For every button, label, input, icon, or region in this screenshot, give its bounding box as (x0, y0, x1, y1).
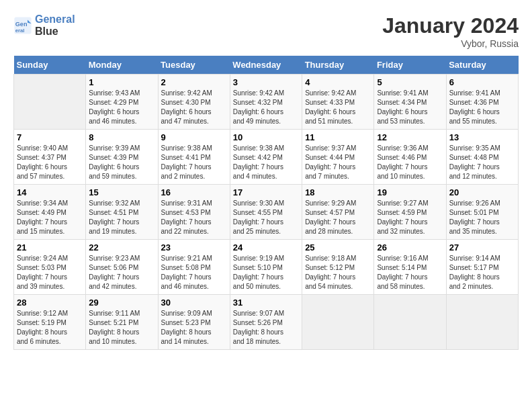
day-number: 24 (233, 242, 299, 253)
day-info: Sunrise: 9:26 AM Sunset: 5:01 PM Dayligh… (449, 199, 515, 236)
calendar-cell: 29Sunrise: 9:11 AM Sunset: 5:21 PM Dayli… (86, 295, 158, 350)
day-info: Sunrise: 9:32 AM Sunset: 4:51 PM Dayligh… (89, 199, 154, 236)
day-info: Sunrise: 9:40 AM Sunset: 4:37 PM Dayligh… (17, 144, 83, 181)
calendar-cell: 9Sunrise: 9:38 AM Sunset: 4:41 PM Daylig… (158, 130, 230, 185)
calendar-week-row: 7Sunrise: 9:40 AM Sunset: 4:37 PM Daylig… (14, 130, 519, 185)
calendar-cell: 7Sunrise: 9:40 AM Sunset: 4:37 PM Daylig… (14, 130, 86, 185)
day-number: 11 (305, 132, 371, 142)
day-info: Sunrise: 9:35 AM Sunset: 4:48 PM Dayligh… (449, 144, 515, 181)
calendar-header-row: SundayMondayTuesdayWednesdayThursdayFrid… (14, 56, 519, 75)
day-info: Sunrise: 9:19 AM Sunset: 5:10 PM Dayligh… (233, 254, 299, 291)
day-number: 8 (89, 132, 154, 142)
calendar-cell: 15Sunrise: 9:32 AM Sunset: 4:51 PM Dayli… (86, 185, 158, 240)
day-info: Sunrise: 9:09 AM Sunset: 5:23 PM Dayligh… (161, 309, 227, 347)
calendar-cell (446, 295, 518, 350)
calendar-cell: 20Sunrise: 9:26 AM Sunset: 5:01 PM Dayli… (446, 185, 518, 240)
day-info: Sunrise: 9:21 AM Sunset: 5:08 PM Dayligh… (161, 254, 227, 291)
svg-text:Gen: Gen (15, 21, 28, 28)
day-number: 10 (233, 132, 299, 142)
day-number: 23 (161, 242, 227, 253)
day-number: 3 (233, 77, 299, 87)
day-info: Sunrise: 9:38 AM Sunset: 4:41 PM Dayligh… (161, 144, 227, 181)
day-info: Sunrise: 9:29 AM Sunset: 4:57 PM Dayligh… (305, 199, 371, 236)
day-header-tuesday: Tuesday (158, 56, 230, 75)
day-number: 9 (161, 132, 227, 142)
day-number: 19 (377, 187, 443, 197)
calendar-cell: 6Sunrise: 9:41 AM Sunset: 4:36 PM Daylig… (446, 75, 518, 130)
day-info: Sunrise: 9:39 AM Sunset: 4:39 PM Dayligh… (89, 144, 154, 181)
calendar-cell: 22Sunrise: 9:23 AM Sunset: 5:06 PM Dayli… (86, 240, 158, 295)
day-number: 28 (17, 298, 83, 308)
day-number: 1 (89, 77, 154, 87)
day-info: Sunrise: 9:23 AM Sunset: 5:06 PM Dayligh… (89, 254, 154, 291)
calendar-cell: 27Sunrise: 9:14 AM Sunset: 5:17 PM Dayli… (446, 240, 518, 295)
day-number: 2 (161, 77, 227, 87)
day-header-sunday: Sunday (14, 56, 86, 75)
calendar-cell: 1Sunrise: 9:43 AM Sunset: 4:29 PM Daylig… (86, 75, 158, 130)
day-number: 14 (17, 187, 83, 197)
calendar-cell: 17Sunrise: 9:30 AM Sunset: 4:55 PM Dayli… (230, 185, 302, 240)
svg-text:eral: eral (15, 27, 25, 33)
calendar-cell: 18Sunrise: 9:29 AM Sunset: 4:57 PM Dayli… (302, 185, 374, 240)
calendar-week-row: 14Sunrise: 9:34 AM Sunset: 4:49 PM Dayli… (14, 185, 519, 240)
location: Vybor, Russia (382, 38, 519, 49)
day-info: Sunrise: 9:34 AM Sunset: 4:49 PM Dayligh… (17, 199, 83, 236)
logo: Gen eral GeneralBlue (13, 13, 75, 37)
calendar-cell: 4Sunrise: 9:42 AM Sunset: 4:33 PM Daylig… (302, 75, 374, 130)
page-header: Gen eral GeneralBlue January 2024 Vybor,… (13, 13, 519, 49)
calendar-cell: 13Sunrise: 9:35 AM Sunset: 4:48 PM Dayli… (446, 130, 518, 185)
calendar-cell (302, 295, 374, 350)
day-header-monday: Monday (86, 56, 158, 75)
calendar-week-row: 28Sunrise: 9:12 AM Sunset: 5:19 PM Dayli… (14, 295, 519, 350)
calendar-cell (14, 75, 86, 130)
logo-icon: Gen eral (13, 16, 32, 35)
calendar-cell: 3Sunrise: 9:42 AM Sunset: 4:32 PM Daylig… (230, 75, 302, 130)
calendar-cell: 31Sunrise: 9:07 AM Sunset: 5:26 PM Dayli… (230, 295, 302, 350)
day-number: 4 (305, 77, 371, 87)
day-number: 21 (17, 242, 83, 253)
calendar-week-row: 21Sunrise: 9:24 AM Sunset: 5:03 PM Dayli… (14, 240, 519, 295)
calendar-cell: 24Sunrise: 9:19 AM Sunset: 5:10 PM Dayli… (230, 240, 302, 295)
day-info: Sunrise: 9:07 AM Sunset: 5:26 PM Dayligh… (233, 309, 299, 347)
day-number: 31 (233, 298, 299, 308)
calendar-cell: 5Sunrise: 9:41 AM Sunset: 4:34 PM Daylig… (374, 75, 446, 130)
day-info: Sunrise: 9:38 AM Sunset: 4:42 PM Dayligh… (233, 144, 299, 181)
day-info: Sunrise: 9:14 AM Sunset: 5:17 PM Dayligh… (449, 254, 515, 291)
day-number: 29 (89, 298, 154, 308)
calendar-cell: 23Sunrise: 9:21 AM Sunset: 5:08 PM Dayli… (158, 240, 230, 295)
calendar-cell: 30Sunrise: 9:09 AM Sunset: 5:23 PM Dayli… (158, 295, 230, 350)
day-number: 22 (89, 242, 154, 253)
month-title: January 2024 (382, 13, 519, 38)
day-number: 12 (377, 132, 443, 142)
day-info: Sunrise: 9:18 AM Sunset: 5:12 PM Dayligh… (305, 254, 371, 291)
day-header-friday: Friday (374, 56, 446, 75)
calendar-cell: 21Sunrise: 9:24 AM Sunset: 5:03 PM Dayli… (14, 240, 86, 295)
calendar-cell: 14Sunrise: 9:34 AM Sunset: 4:49 PM Dayli… (14, 185, 86, 240)
day-number: 6 (449, 77, 515, 87)
day-number: 18 (305, 187, 371, 197)
day-number: 17 (233, 187, 299, 197)
calendar-cell: 16Sunrise: 9:31 AM Sunset: 4:53 PM Dayli… (158, 185, 230, 240)
day-info: Sunrise: 9:43 AM Sunset: 4:29 PM Dayligh… (89, 89, 154, 126)
day-info: Sunrise: 9:36 AM Sunset: 4:46 PM Dayligh… (377, 144, 443, 181)
calendar-cell: 2Sunrise: 9:42 AM Sunset: 4:30 PM Daylig… (158, 75, 230, 130)
day-header-thursday: Thursday (302, 56, 374, 75)
day-info: Sunrise: 9:16 AM Sunset: 5:14 PM Dayligh… (377, 254, 443, 291)
calendar-cell (374, 295, 446, 350)
calendar-cell: 26Sunrise: 9:16 AM Sunset: 5:14 PM Dayli… (374, 240, 446, 295)
day-info: Sunrise: 9:27 AM Sunset: 4:59 PM Dayligh… (377, 199, 443, 236)
calendar-cell: 11Sunrise: 9:37 AM Sunset: 4:44 PM Dayli… (302, 130, 374, 185)
calendar-cell: 19Sunrise: 9:27 AM Sunset: 4:59 PM Dayli… (374, 185, 446, 240)
day-info: Sunrise: 9:41 AM Sunset: 4:34 PM Dayligh… (377, 89, 443, 126)
day-number: 5 (377, 77, 443, 87)
day-info: Sunrise: 9:42 AM Sunset: 4:30 PM Dayligh… (161, 89, 227, 126)
day-info: Sunrise: 9:42 AM Sunset: 4:32 PM Dayligh… (233, 89, 299, 126)
day-info: Sunrise: 9:24 AM Sunset: 5:03 PM Dayligh… (17, 254, 83, 291)
title-area: January 2024 Vybor, Russia (382, 13, 519, 49)
day-info: Sunrise: 9:41 AM Sunset: 4:36 PM Dayligh… (449, 89, 515, 126)
calendar-cell: 25Sunrise: 9:18 AM Sunset: 5:12 PM Dayli… (302, 240, 374, 295)
day-info: Sunrise: 9:12 AM Sunset: 5:19 PM Dayligh… (17, 309, 83, 347)
day-header-saturday: Saturday (446, 56, 518, 75)
day-info: Sunrise: 9:30 AM Sunset: 4:55 PM Dayligh… (233, 199, 299, 236)
day-number: 26 (377, 242, 443, 253)
